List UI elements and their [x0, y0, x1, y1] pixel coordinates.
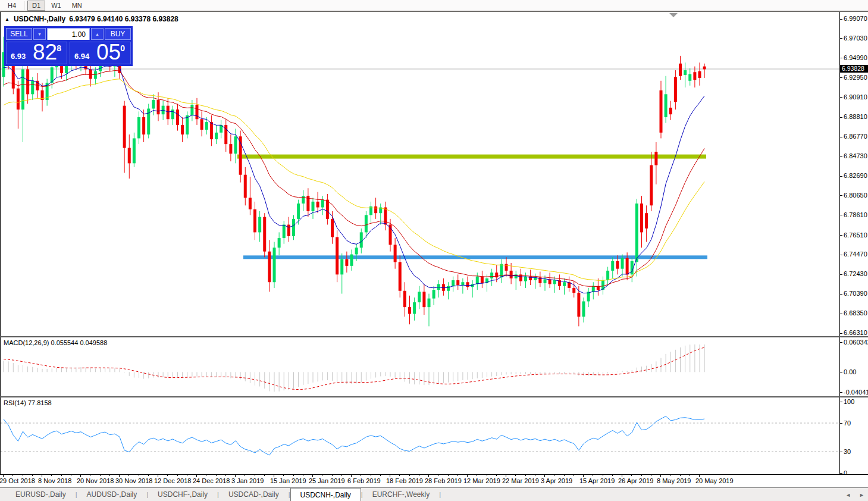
- rsi-axis-tick: [839, 452, 842, 452]
- rsi-axis-label: 100: [844, 398, 854, 405]
- volume-increase-button[interactable]: ▲: [91, 28, 104, 40]
- rsi-axis-label: 0: [844, 469, 847, 475]
- date-axis-label: 26 Apr 2019: [618, 477, 653, 484]
- buy-button[interactable]: BUY: [105, 28, 131, 40]
- tab-audusd[interactable]: AUDUSD-,Daily: [77, 488, 147, 501]
- price-axis-label: 6.74470: [844, 250, 867, 258]
- sell-price-prefix: 6.93: [11, 52, 26, 61]
- timeframe-mn-button[interactable]: MN: [67, 1, 87, 11]
- price-axis-label: 6.82690: [844, 172, 867, 179]
- main-chart-pane[interactable]: ▲ USDCNH-,Daily 6.93479 6.94140 6.93378 …: [0, 12, 868, 336]
- chart-tab-bar: EURUSD-,Daily|AUDUSD-,Daily|USDCHF-,Dail…: [0, 487, 868, 501]
- rsi-label: RSI(14) 77.8158: [4, 399, 52, 406]
- price-axis-label: 6.80650: [844, 192, 867, 199]
- date-axis-tick: [245, 475, 245, 476]
- date-axis-tick: [361, 475, 361, 476]
- date-axis-tick: [139, 475, 139, 476]
- current-price-tag: 6.93828: [840, 65, 868, 73]
- date-axis-label: 18 Feb 2019: [386, 477, 423, 484]
- terminal-window: H4D1W1MN ▲ USDCNH-,Daily 6.93479 6.94140…: [0, 0, 868, 501]
- rsi-axis-tick: [839, 402, 842, 402]
- date-axis-tick: [603, 475, 603, 476]
- buy-price-prefix: 6.94: [74, 52, 89, 61]
- date-axis-tick: [148, 475, 149, 476]
- tab-scroll-right-icon[interactable]: ►: [859, 492, 864, 498]
- buy-price-main: 05: [96, 40, 121, 65]
- volume-decrease-button[interactable]: ▼: [33, 28, 46, 40]
- tab-scroll-left-icon[interactable]: ◄: [845, 492, 851, 498]
- rsi-indicator-pane[interactable]: RSI(14) 77.8158 100 70 30 0: [0, 397, 868, 474]
- rsi-axis-line: [839, 397, 840, 474]
- date-axis-tick: [177, 475, 178, 476]
- timeframe-w1-button[interactable]: W1: [46, 1, 66, 11]
- collapse-quotes-icon[interactable]: ▲: [5, 17, 10, 22]
- date-axis-label: 15 Jan 2019: [270, 477, 306, 484]
- price-axis-label: 6.68350: [844, 309, 867, 317]
- price-axis-tick: [839, 274, 842, 275]
- date-axis-tick: [612, 475, 613, 476]
- date-axis-tick: [283, 475, 284, 476]
- rsi-plot: [1, 397, 868, 474]
- sell-price-box[interactable]: 6.93 82 8: [6, 42, 67, 64]
- price-axis-tick: [839, 156, 842, 157]
- date-axis-label: 25 Jan 2019: [309, 477, 345, 484]
- price-axis-tick: [839, 314, 842, 314]
- price-axis-tick: [839, 255, 842, 255]
- date-axis-tick: [680, 475, 681, 476]
- tab-usdcnh[interactable]: USDCNH-,Daily: [290, 488, 361, 501]
- timeframe-d1-button[interactable]: D1: [27, 1, 45, 11]
- date-axis-tick: [477, 475, 477, 476]
- date-axis-tick: [593, 475, 593, 476]
- date-axis-tick: [167, 475, 168, 476]
- sell-button[interactable]: SELL: [6, 28, 32, 40]
- macd-axis-label: 0.060342: [844, 339, 868, 346]
- price-axis-label: 6.86770: [844, 133, 867, 140]
- tab-eurchf[interactable]: EURCHF-,Weekly: [363, 488, 439, 501]
- date-axis-tick: [187, 475, 187, 476]
- date-axis-tick: [380, 475, 381, 476]
- date-axis[interactable]: 29 Oct 20188 Nov 201820 Nov 201830 Nov 2…: [0, 474, 868, 487]
- volume-input[interactable]: [48, 29, 89, 40]
- date-axis-tick: [525, 475, 526, 476]
- date-axis-label: 28 Feb 2019: [425, 477, 462, 484]
- date-axis-tick: [109, 475, 110, 476]
- price-axis-tick: [839, 58, 842, 58]
- date-axis-label: 8 Nov 2018: [38, 477, 71, 484]
- tab-eurusd[interactable]: EURUSD-,Daily: [6, 488, 76, 501]
- tab-usdchf[interactable]: USDCHF-,Daily: [148, 488, 217, 501]
- date-axis-label: 24 Dec 2018: [193, 477, 230, 484]
- date-axis-label: 12 Dec 2018: [154, 477, 191, 484]
- price-axis-tick: [839, 235, 842, 236]
- chart-shift-marker-icon[interactable]: [669, 13, 678, 17]
- date-axis-tick: [487, 475, 487, 476]
- tab-separator: |: [439, 488, 441, 501]
- date-axis-tick: [641, 475, 642, 476]
- date-axis-tick: [264, 475, 265, 476]
- date-axis-tick: [409, 475, 410, 476]
- macd-axis-tick: [839, 342, 842, 343]
- rsi-axis-tick: [839, 473, 842, 474]
- price-axis-label: 6.88810: [844, 113, 867, 120]
- price-axis-label: 6.76510: [844, 231, 867, 239]
- macd-indicator-pane[interactable]: MACD(12,26,9) 0.055544 0.049588 0.060342…: [0, 337, 868, 396]
- date-axis-tick: [574, 475, 574, 476]
- date-axis-tick: [303, 475, 303, 476]
- tab-usdcad[interactable]: USDCAD-,Daily: [219, 488, 289, 501]
- date-axis-tick: [419, 475, 419, 476]
- macd-axis-tick: [839, 392, 842, 393]
- date-axis-tick: [341, 475, 342, 476]
- macd-axis-label: -0.040415: [844, 389, 868, 396]
- date-axis-tick: [631, 475, 632, 476]
- rsi-axis-label: 70: [844, 419, 851, 427]
- buy-price-box[interactable]: 6.94 05 0: [70, 42, 131, 64]
- price-axis-tick: [839, 333, 842, 334]
- rsi-axis-tick: [839, 423, 842, 424]
- timeframe-h4-button[interactable]: H4: [3, 1, 21, 11]
- price-axis-label: 6.70390: [844, 290, 867, 297]
- date-axis-tick: [496, 475, 497, 476]
- date-axis-label: 30 Nov 2018: [115, 477, 152, 484]
- date-axis-label: 22 Mar 2019: [502, 477, 539, 484]
- macd-axis-tick: [839, 372, 842, 372]
- price-axis-tick: [839, 195, 842, 196]
- rsi-axis-label: 30: [844, 448, 851, 455]
